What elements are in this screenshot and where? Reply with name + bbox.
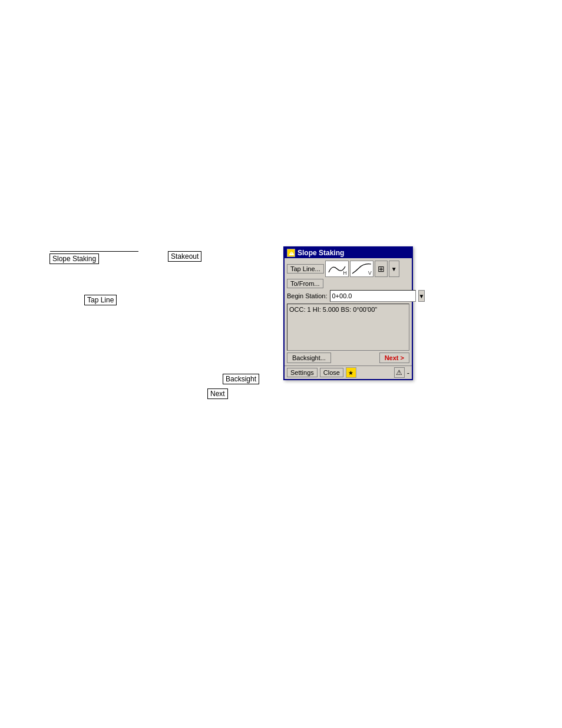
slope-staking-annotation[interactable]: Slope Staking (49, 253, 99, 264)
settings-button[interactable]: Settings (287, 368, 318, 377)
to-from-row: To/From... (287, 279, 409, 288)
info-area: OCC: 1 HI: 5.000 BS: 0°00'00" (287, 304, 409, 351)
backsight-button[interactable]: Backsight... (287, 353, 331, 363)
next-annotation[interactable]: Next (207, 388, 228, 399)
h-label: H (343, 270, 347, 276)
triangle-icon[interactable]: ⚠ (394, 367, 405, 378)
begin-station-row: Begin Station: ▼ (287, 290, 409, 302)
backsight-annotation[interactable]: Backsight (223, 374, 259, 384)
dialog-footer-row: Backsight... Next > (287, 353, 409, 363)
tap-line-button[interactable]: Tap Line... (287, 264, 324, 274)
v-label: V (368, 270, 372, 276)
dropdown-button[interactable]: ▼ (389, 261, 399, 277)
tap-line-row: Tap Line... H V ⊞ ▼ (287, 261, 409, 277)
expand-icon-button[interactable]: ⊞ (375, 261, 388, 277)
tap-line-annotation[interactable]: Tap Line (84, 295, 117, 305)
begin-station-label: Begin Station: (287, 292, 328, 299)
close-button[interactable]: Close (320, 368, 343, 377)
status-dash: - (407, 368, 409, 377)
slope-staking-line (50, 251, 138, 252)
dialog-statusbar: Settings Close ★ ⚠ - (285, 365, 412, 379)
backsight-label: Backsight (226, 375, 256, 383)
to-from-button[interactable]: To/From... (287, 279, 323, 288)
info-text: OCC: 1 HI: 5.000 BS: 0°00'00" (289, 306, 377, 313)
next-button[interactable]: Next > (379, 353, 409, 363)
v-canvas: V (350, 261, 373, 277)
h-canvas: H (325, 261, 349, 277)
slope-staking-label: Slope Staking (52, 255, 96, 263)
stakeout-label: Stakeout (171, 252, 199, 261)
begin-station-input[interactable] (330, 290, 416, 302)
tap-line-label: Tap Line (87, 296, 114, 304)
dialog-title: Slope Staking (297, 249, 344, 257)
dialog-titlebar: ⛰ Slope Staking (285, 248, 412, 258)
next-label: Next (210, 390, 225, 398)
yellow-star-icon[interactable]: ★ (346, 367, 356, 378)
slope-staking-dialog: ⛰ Slope Staking Tap Line... H V ⊞ ▼ (283, 246, 413, 380)
dialog-titlebar-icon: ⛰ (287, 249, 295, 257)
stakeout-annotation[interactable]: Stakeout (168, 251, 201, 262)
dialog-body: Tap Line... H V ⊞ ▼ To/From... (285, 258, 412, 365)
station-dropdown-button[interactable]: ▼ (418, 290, 425, 302)
